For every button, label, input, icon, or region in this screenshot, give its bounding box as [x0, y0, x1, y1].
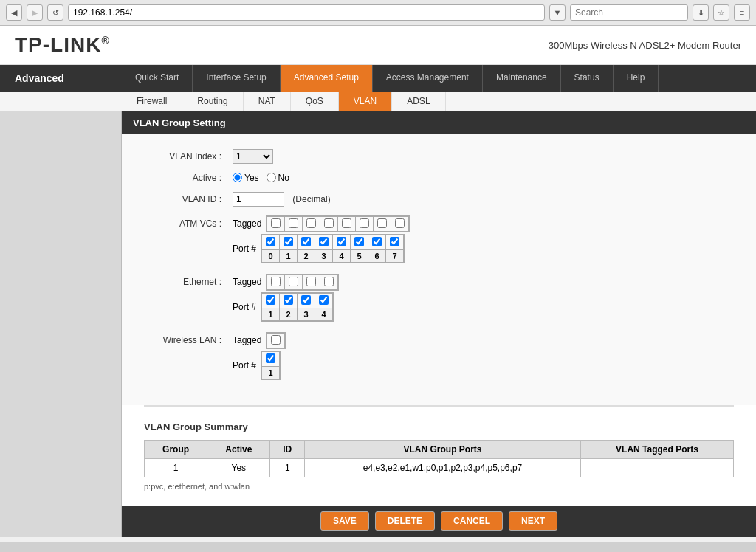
search-bar[interactable]: [570, 4, 688, 21]
browser-chrome: ◀ ▶ ↺ ▼ ⬇ ☆ ≡: [0, 0, 756, 26]
atm-tagged-cb-5[interactable]: [356, 216, 374, 231]
active-yes-label[interactable]: Yes: [233, 173, 259, 183]
atm-port-cb-2[interactable]: [298, 235, 315, 249]
atm-port-cb-3[interactable]: [315, 235, 333, 249]
page-wrapper: TP-LINK® 300Mbps Wireless N ADSL2+ Modem…: [0, 26, 756, 542]
subnav-nat[interactable]: NAT: [244, 92, 291, 111]
atm-port-cb-3-input[interactable]: [319, 237, 329, 246]
atm-port-cb-6[interactable]: [368, 235, 386, 249]
atm-tagged-cb-1[interactable]: [285, 216, 303, 231]
eth-port-cb-3[interactable]: [319, 295, 329, 305]
active-yes-radio[interactable]: [233, 173, 242, 182]
vlan-index-select[interactable]: 1 2 3 4: [233, 149, 273, 164]
atm-port-cb-0[interactable]: [262, 235, 280, 249]
delete-button[interactable]: DELETE: [375, 511, 435, 531]
atm-port-label: Port #: [233, 244, 256, 254]
atm-tagged-cb-0-input[interactable]: [271, 218, 281, 228]
subnav-vlan[interactable]: VLAN: [339, 92, 392, 111]
content-area: VLAN Group Setting VLAN Index : 1 2 3 4: [0, 111, 756, 537]
ethernet-label: Ethernet :: [144, 274, 233, 287]
wlan-port-numbers: 1: [262, 366, 280, 379]
atm-port-cb-7[interactable]: [386, 235, 404, 249]
dropdown-icon[interactable]: ▼: [549, 4, 566, 21]
atm-tagged-cb-2[interactable]: [303, 216, 320, 231]
atm-tagged-table: [266, 215, 410, 232]
nav-item-help[interactable]: Help: [614, 65, 659, 92]
atm-tagged-cb-1-input[interactable]: [289, 218, 298, 228]
nav-item-status[interactable]: Status: [561, 65, 614, 92]
col-active: Active: [207, 440, 270, 458]
subnav-firewall[interactable]: Firewall: [122, 92, 182, 111]
atm-tagged-cb-7-input[interactable]: [395, 218, 405, 228]
cancel-button[interactable]: CANCEL: [441, 511, 503, 531]
nav-item-access-management[interactable]: Access Management: [373, 65, 483, 92]
ethernet-row: Ethernet : Tagged: [144, 274, 734, 322]
atm-port-cb-4-input[interactable]: [337, 237, 346, 246]
nav-item-advanced-setup[interactable]: Advanced Setup: [281, 65, 373, 92]
active-no-radio[interactable]: [267, 173, 276, 182]
eth-tagged-row: Tagged: [233, 274, 339, 291]
vlan-id-input[interactable]: [233, 192, 284, 207]
bookmark-icon[interactable]: ☆: [713, 4, 729, 21]
eth-port-cb-2[interactable]: [301, 295, 311, 305]
atm-tagged-cb-7[interactable]: [391, 216, 409, 231]
eth-tagged-cb-0[interactable]: [271, 277, 281, 286]
atm-tagged-cb-4[interactable]: [338, 216, 356, 231]
atm-port-cb-7-input[interactable]: [390, 237, 399, 246]
wireless-lan-label: Wireless LAN :: [144, 332, 233, 345]
eth-tagged-checkboxes: [267, 275, 338, 289]
atm-tagged-cb-6-input[interactable]: [377, 218, 387, 228]
sidebar: [0, 111, 122, 537]
atm-tagged-cb-6[interactable]: [374, 216, 391, 231]
subnav-qos[interactable]: QoS: [291, 92, 339, 111]
eth-port-cb-1[interactable]: [284, 295, 293, 305]
eth-tagged-cb-3[interactable]: [324, 277, 334, 286]
forward-button[interactable]: ▶: [27, 4, 43, 21]
ethernet-tables: Tagged Port #: [233, 274, 339, 322]
atm-port-cb-2-input[interactable]: [301, 237, 311, 246]
atm-port-cb-1-input[interactable]: [284, 237, 293, 246]
wlan-port-cb-0[interactable]: [266, 353, 275, 363]
atm-tagged-cb-3-input[interactable]: [324, 218, 334, 228]
atm-vcs-label: ATM VCs :: [144, 215, 233, 229]
reload-button[interactable]: ↺: [47, 4, 63, 21]
eth-tagged-cb-1[interactable]: [289, 277, 298, 286]
download-icon[interactable]: ⬇: [693, 4, 709, 21]
atm-tagged-cb-3[interactable]: [320, 216, 338, 231]
col-tagged-ports: VLAN Tagged Ports: [580, 440, 733, 458]
router-model: 300Mbps Wireless N ADSL2+ Modem Router: [549, 40, 741, 51]
wlan-port-table: 1: [261, 351, 281, 380]
subnav-routing[interactable]: Routing: [182, 92, 243, 111]
col-id: ID: [270, 440, 305, 458]
atm-tagged-cb-5-input[interactable]: [360, 218, 369, 228]
atm-port-cb-6-input[interactable]: [372, 237, 382, 246]
next-button[interactable]: NEXT: [509, 511, 557, 531]
back-button[interactable]: ◀: [6, 4, 22, 21]
atm-port-cb-5[interactable]: [351, 235, 368, 249]
eth-tagged-cb-2[interactable]: [306, 277, 316, 286]
atm-port-cb-1[interactable]: [280, 235, 298, 249]
eth-port-label: Port #: [233, 302, 256, 312]
wlan-tagged-cb-0[interactable]: [271, 335, 281, 345]
vlan-id-label: VLAN ID :: [144, 194, 233, 204]
wlan-port-checkboxes: [262, 351, 280, 366]
atm-port-row: Port #: [233, 234, 410, 263]
nav-item-interface-setup[interactable]: Interface Setup: [193, 65, 280, 92]
atm-port-cb-0-input[interactable]: [266, 237, 275, 246]
url-bar[interactable]: [68, 4, 545, 21]
eth-port-cb-0[interactable]: [266, 295, 275, 305]
row-id: 1: [270, 458, 305, 477]
nav-item-quick-start[interactable]: Quick Start: [122, 65, 193, 92]
atm-port-cb-5-input[interactable]: [354, 237, 364, 246]
atm-tagged-cb-2-input[interactable]: [306, 218, 316, 228]
save-button[interactable]: SAVE: [320, 511, 369, 531]
atm-tagged-cb-4-input[interactable]: [342, 218, 351, 228]
active-row: Active : Yes No: [144, 173, 734, 183]
active-no-label[interactable]: No: [267, 173, 289, 183]
subnav-adsl[interactable]: ADSL: [392, 92, 445, 111]
nav-item-maintenance[interactable]: Maintenance: [483, 65, 561, 92]
atm-tagged-cb-0[interactable]: [267, 216, 285, 231]
atm-port-cb-4[interactable]: [333, 235, 351, 249]
atm-port-checkboxes: [262, 235, 404, 249]
menu-icon[interactable]: ≡: [734, 4, 750, 21]
